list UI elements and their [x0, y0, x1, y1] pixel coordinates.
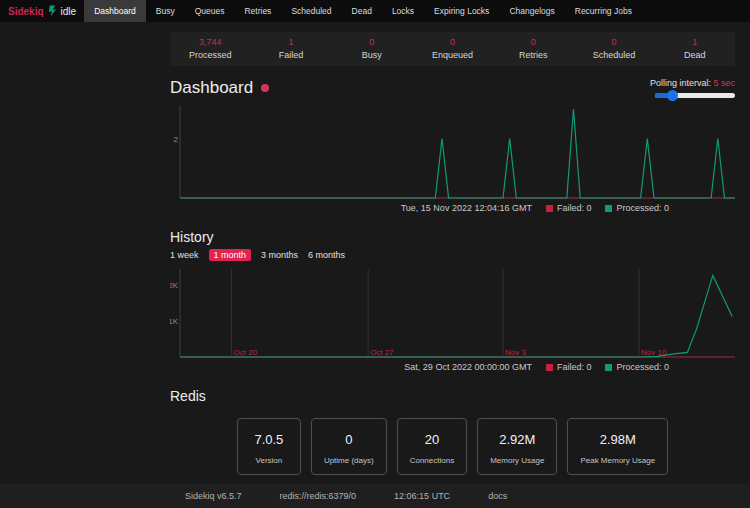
period-1-month[interactable]: 1 month: [209, 249, 252, 261]
history-chart-legend: Sat, 29 Oct 2022 00:00:00 GMT Failed: 0 …: [170, 362, 735, 372]
stat-enqueued-value: 0: [412, 37, 493, 47]
redis-card-uptime: 0 Uptime (days): [311, 418, 387, 475]
stat-failed: 1 Failed: [251, 37, 332, 60]
period-1-week[interactable]: 1 week: [170, 250, 199, 260]
period-6-months[interactable]: 6 months: [308, 250, 345, 260]
redis-stat-cards: 7.0.5 Version 0 Uptime (days) 20 Connect…: [170, 418, 735, 475]
polling-interval-slider[interactable]: [655, 93, 735, 98]
docs-link[interactable]: docs: [488, 491, 507, 501]
svg-text:1K: 1K: [170, 317, 179, 326]
failed-swatch-icon: [546, 205, 553, 212]
footer-version: Sidekiq v6.5.7: [185, 491, 242, 501]
tab-expiring-locks[interactable]: Expiring Locks: [424, 0, 499, 22]
tab-locks[interactable]: Locks: [382, 0, 424, 22]
nav-tabs: Dashboard Busy Queues Retries Scheduled …: [84, 0, 642, 22]
top-navbar: Sidekiq idle Dashboard Busy Queues Retri…: [0, 0, 750, 22]
stat-busy-value: 0: [331, 37, 412, 47]
polling-interval-label: Polling interval:: [650, 78, 711, 88]
footer-bar: Sidekiq v6.5.7 redis://redis:6379/0 12:0…: [0, 484, 750, 508]
svg-text:2K: 2K: [170, 281, 179, 290]
stat-busy-label: Busy: [331, 50, 412, 60]
tab-queues[interactable]: Queues: [185, 0, 235, 22]
history-period-selector: 1 week 1 month 3 months 6 months: [170, 249, 735, 261]
period-3-months[interactable]: 3 months: [261, 250, 298, 260]
processed-swatch-icon: [605, 364, 612, 371]
history-legend-failed: Failed: 0: [546, 362, 592, 372]
realtime-legend-failed: Failed: 0: [546, 203, 592, 213]
tab-scheduled[interactable]: Scheduled: [281, 0, 341, 22]
history-legend-timestamp: Sat, 29 Oct 2022 00:00:00 GMT: [404, 362, 532, 372]
stat-dead-label: Dead: [654, 50, 735, 60]
realtime-chart: 2: [170, 102, 735, 202]
stat-processed: 3,744 Processed: [170, 37, 251, 60]
redis-card-peak-memory-usage: 2.98M Peak Memory Usage: [567, 418, 668, 475]
tab-recurring-jobs[interactable]: Recurring Jobs: [565, 0, 642, 22]
tab-dead[interactable]: Dead: [342, 0, 382, 22]
tab-dashboard[interactable]: Dashboard: [84, 0, 146, 22]
history-chart: Oct 20Oct 27Nov 3Nov 101K2K: [170, 265, 735, 361]
stat-enqueued-label: Enqueued: [412, 50, 493, 60]
redis-title: Redis: [170, 388, 735, 404]
stats-summary-bar: 3,744 Processed 1 Failed 0 Busy 0 Enqueu…: [170, 32, 735, 66]
stat-processed-label: Processed: [170, 50, 251, 60]
polling-interval-control: Polling interval: 5 sec: [650, 78, 735, 98]
history-title: History: [170, 229, 735, 245]
tab-retries[interactable]: Retries: [234, 0, 281, 22]
redis-card-memory-usage: 2.92M Memory Usage: [477, 418, 557, 475]
beacon-icon: [261, 84, 269, 92]
footer-time: 12:06:15 UTC: [394, 491, 450, 501]
sidekiq-logo-icon: [48, 5, 57, 17]
stat-dead: 1 Dead: [654, 37, 735, 60]
svg-text:Oct 20: Oct 20: [234, 348, 258, 357]
stat-retries: 0 Retries: [493, 37, 574, 60]
stat-retries-value: 0: [493, 37, 574, 47]
stat-scheduled: 0 Scheduled: [574, 37, 655, 60]
redis-card-version: 7.0.5 Version: [237, 418, 301, 475]
tab-changelogs[interactable]: Changelogs: [499, 0, 564, 22]
stat-processed-value: 3,744: [170, 37, 251, 47]
stat-retries-label: Retries: [493, 50, 574, 60]
brand[interactable]: Sidekiq idle: [0, 0, 84, 22]
stat-failed-value: 1: [251, 37, 332, 47]
polling-interval-value: 5 sec: [713, 78, 735, 88]
svg-text:Nov 3: Nov 3: [505, 348, 526, 357]
process-status-label: idle: [61, 6, 77, 17]
stat-enqueued: 0 Enqueued: [412, 37, 493, 60]
realtime-chart-legend: Tue, 15 Nov 2022 12:04:16 GMT Failed: 0 …: [170, 203, 735, 213]
realtime-legend-timestamp: Tue, 15 Nov 2022 12:04:16 GMT: [401, 203, 532, 213]
stat-scheduled-label: Scheduled: [574, 50, 655, 60]
realtime-legend-processed: Processed: 0: [605, 203, 669, 213]
svg-text:Oct 27: Oct 27: [370, 348, 394, 357]
stat-scheduled-value: 0: [574, 37, 655, 47]
stat-dead-value: 1: [654, 37, 735, 47]
failed-swatch-icon: [546, 364, 553, 371]
slider-thumb-handle[interactable]: [667, 90, 678, 101]
sidekiq-logo[interactable]: Sidekiq: [8, 6, 44, 17]
tab-busy[interactable]: Busy: [146, 0, 185, 22]
stat-busy: 0 Busy: [331, 37, 412, 60]
stat-failed-label: Failed: [251, 50, 332, 60]
footer-redis-url: redis://redis:6379/0: [280, 491, 357, 501]
redis-card-connections: 20 Connections: [397, 418, 467, 475]
svg-text:2: 2: [174, 135, 179, 144]
history-legend-processed: Processed: 0: [605, 362, 669, 372]
page-title: Dashboard: [170, 78, 269, 98]
processed-swatch-icon: [605, 205, 612, 212]
